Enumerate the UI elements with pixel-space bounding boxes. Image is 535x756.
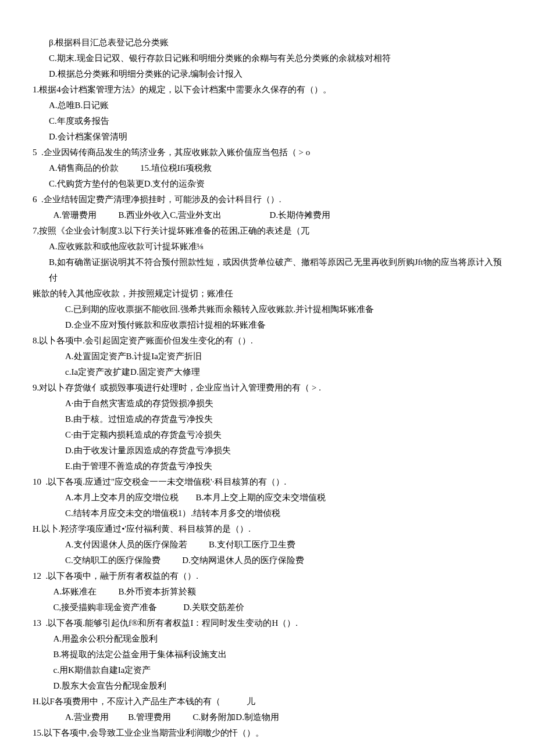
- text-line: D.企业不应对预付账款和应收票招计提相的坏账准备: [33, 317, 502, 333]
- text-line: C.交纳职工的医疗保险费 D.交纳网退休人员的医疗保险费: [33, 553, 502, 568]
- text-line: C,接受描购非现金资产准备 D.关联交筋差价: [33, 600, 502, 615]
- text-line: H.以F各项费用中，不应计入产品生产本钱的有（ 儿: [33, 694, 502, 710]
- text-line: 8.以卜各项中.会引起固定资产账面价但发生变化的有（）.: [33, 333, 502, 349]
- text-line: C.已到期的应收票据不能收回.强希共账而余额转入应收账款.并计提相陶坏账准备: [33, 302, 502, 317]
- text-line: A.用盈余公积分配现金股利: [33, 631, 502, 647]
- text-line: A·由于自然灾害造成的存贷毁损净损失: [33, 396, 502, 411]
- text-line: C.代购货方垫付的包装更D.支付的运杂资: [33, 176, 502, 192]
- text-line: 13 .以下各项.能够引起仇f®和所有者权益I：程同时发生变动的H（）.: [33, 615, 502, 631]
- text-line: 9.对以卜存货做亻或损毁事项进行处理时，企业应当计入管理费用的有（ > .: [33, 380, 502, 396]
- text-line: C.结转本月应交未交的增值税1）.结转本月多交的增侦税: [33, 506, 502, 521]
- text-line: c.Ia定资产改扩建D.固定资产大修理: [33, 364, 502, 380]
- text-line: 1.根据4会计档案管理方法》的规定，以下会计档案中需要永久保存的有（）。: [33, 82, 502, 98]
- text-line: 7,按照《企业会计制度3.以下行关计提坏账准备的莅困,正确的表述是（兀: [33, 223, 502, 239]
- text-line: 15.以下各项中,会导致工业企业当期营业利润曒少的忓（）。: [33, 725, 502, 741]
- text-line: C.期末.现金日记双、银行存款日记账和明细分类账的余糊与有关总分类账的余就核对相…: [33, 51, 502, 66]
- text-line: A.本月上交本月的应交增位税 B.本月上交上期的应交未交增值税: [33, 490, 502, 506]
- text-line: D.会计档案保管清明: [33, 129, 502, 145]
- text-line: 6 .企业结转固定费产清理净损挂时，可能涉及的会计科目行（）.: [33, 192, 502, 207]
- text-line: B.将提取的法定公益金用于集体福利设施支出: [33, 647, 502, 662]
- text-line: A.坏账准在 B.外币资本折算於额: [33, 584, 502, 600]
- text-line: A.处置固定资产B.计提Ia定资产折旧: [33, 349, 502, 364]
- text-line: D.股东大会宣告分配现金股利: [33, 678, 502, 694]
- text-line: 10 .以下各项.应通过"应交税金一一未交增值税'·科目核算的有（）.: [33, 474, 502, 490]
- text-line: A.应收账款和或他应收款可计提坏账准⅛: [33, 239, 502, 255]
- text-line: H.以卜.羟济学项应通过•'应付福利黄、科目核算的是（）.: [33, 521, 502, 537]
- text-line: β.根据科目汇总表登记总分类账: [33, 35, 502, 51]
- text-line: B,如有确凿证据说明其不符合预付照款性短，或因供货单位破产、撤稻等原因己无里再收…: [33, 255, 502, 286]
- text-line: A.营业费用 B.管理费用 C.财务附加D.制造物用: [33, 710, 502, 725]
- text-line: A.管珊费用 B.西业外收入C,营业外支出 D.长期侍摊费用: [33, 207, 502, 223]
- text-line: 5 .企业因铸传商品发生的筠济业务，其应收账款入账价值应当包括（ > o: [33, 145, 502, 160]
- text-line: C·由于定额内损耗造成的存货盘亏冷损失: [33, 427, 502, 443]
- text-line: B.由于核。过忸造成的存货盘亏净投失: [33, 411, 502, 427]
- text-line: 账歆的转入其他应收款，并按照规定计提切；账准任: [33, 286, 502, 302]
- document-body: β.根据科目汇总表登记总分类账C.期末.现金日记双、银行存款日记账和明细分类账的…: [33, 35, 502, 741]
- text-line: E.由于管理不善造成的存货盘亏净投失: [33, 458, 502, 474]
- text-line: c.用K期借款自建Ia定资产: [33, 662, 502, 678]
- text-line: A.销售商品的价款 15.埴位税Ifi项税救: [33, 160, 502, 176]
- text-line: 12 .以下各项中，融于所有者权益的有（）.: [33, 568, 502, 584]
- text-line: A.支付因退休人员的医疗保险若 B.支付职工医疗卫生费: [33, 537, 502, 553]
- text-line: D.由于收发计量原因造成的存货盘亏净损失: [33, 443, 502, 458]
- text-line: C.年度或务报告: [33, 113, 502, 129]
- text-line: D.根据总分类账和明细分类账的记录,编制会计报入: [33, 66, 502, 82]
- text-line: A.总唯B.日记账: [33, 98, 502, 113]
